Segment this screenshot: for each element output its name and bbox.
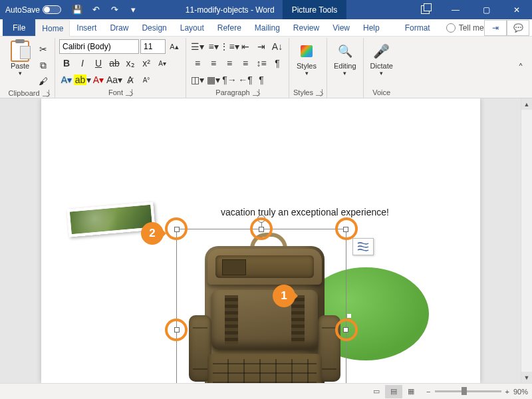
tell-me-label: Tell me xyxy=(459,23,484,33)
underline-button[interactable]: U xyxy=(91,56,106,70)
superscript-button[interactable]: x² xyxy=(139,56,154,70)
group-paragraph: ☰▾ ≡▾ ⋮≡▾ ⇤ ⇥ A↓ ≡ ≡ ≡ ≡ ↕≡ ¶ ◫▾ ▦▾ ¶→ ←… xyxy=(186,38,289,98)
styles-icon xyxy=(301,45,313,57)
sort-button[interactable]: A↓ xyxy=(270,39,285,54)
tab-insert[interactable]: Insert xyxy=(70,19,103,36)
tab-layout[interactable]: Layout xyxy=(174,19,211,36)
shading-button[interactable]: ◫▾ xyxy=(190,72,205,87)
paragraph-launcher[interactable] xyxy=(253,89,259,96)
align-left-button[interactable]: ≡ xyxy=(190,56,205,70)
rtl-button[interactable]: ←¶ xyxy=(238,72,253,87)
align-center-button[interactable]: ≡ xyxy=(206,56,221,70)
strike-button[interactable]: ab xyxy=(107,56,122,70)
zoom-slider[interactable] xyxy=(435,390,501,392)
tab-review[interactable]: Review xyxy=(287,19,326,36)
autosave-toggle[interactable]: AutoSave xyxy=(0,5,66,15)
zoom-percent[interactable]: 90% xyxy=(513,388,528,396)
numbering-button[interactable]: ≡▾ xyxy=(206,39,221,54)
zoom-in-button[interactable]: + xyxy=(505,388,509,396)
share-button[interactable]: ⇥ xyxy=(484,20,507,36)
view-switcher: ▭ ▤ ▦ xyxy=(368,385,420,398)
contextual-tab-label: Picture Tools xyxy=(283,0,346,19)
bullets-button[interactable]: ☰▾ xyxy=(190,39,205,54)
paragraph-mark-button[interactable]: ¶ xyxy=(254,72,269,87)
copy-icon[interactable]: ⧉ xyxy=(36,58,51,72)
styles-button[interactable]: Styles ▾ xyxy=(293,39,320,78)
clipboard-launcher[interactable] xyxy=(43,90,49,96)
save-icon[interactable]: 💾 xyxy=(70,3,84,17)
group-styles: Styles ▾ Styles xyxy=(289,38,327,98)
font-size-combo[interactable] xyxy=(140,39,166,54)
phonetic-guide-button[interactable]: A° xyxy=(139,72,154,87)
vertical-scrollbar[interactable]: ▲ ▼ xyxy=(521,98,532,383)
close-button[interactable]: ✕ xyxy=(501,0,532,19)
tab-help[interactable]: Help xyxy=(356,19,386,36)
show-marks-button[interactable]: ¶ xyxy=(270,56,285,70)
change-case-button[interactable]: Aa▾ xyxy=(107,72,122,87)
layout-options-button[interactable] xyxy=(352,238,374,255)
comments-button[interactable]: 💬 xyxy=(507,20,529,36)
highlight-button[interactable]: ab▾ xyxy=(75,72,90,87)
clipboard-group-label: Clipboard xyxy=(8,89,39,97)
font-color-button[interactable]: A▾ xyxy=(91,72,106,87)
subscript-button[interactable]: x₂ xyxy=(123,56,138,70)
styles-launcher[interactable] xyxy=(316,89,323,96)
align-right-button[interactable]: ≡ xyxy=(222,56,237,70)
borders-button[interactable]: ▦▾ xyxy=(206,72,221,87)
editing-button[interactable]: 🔍 Editing ▾ xyxy=(331,39,359,78)
ribbon-display-options-icon[interactable] xyxy=(410,0,440,19)
toggle-switch-icon xyxy=(43,5,61,14)
text-effects-button[interactable]: A▾ xyxy=(59,72,74,87)
ltr-button[interactable]: ¶→ xyxy=(222,72,237,87)
cut-icon[interactable]: ✂ xyxy=(36,42,51,57)
web-layout-icon[interactable]: ▦ xyxy=(402,385,420,398)
collapse-ribbon-icon[interactable]: ˄ xyxy=(512,38,529,98)
callout-ring xyxy=(335,319,358,341)
tab-references[interactable]: Refere xyxy=(211,19,248,36)
bold-button[interactable]: B xyxy=(59,56,74,70)
qat-dropdown-icon[interactable]: ▾ xyxy=(126,3,140,17)
autosave-label: AutoSave xyxy=(5,5,40,15)
tab-design[interactable]: Design xyxy=(135,19,173,36)
tab-home[interactable]: Home xyxy=(35,20,70,37)
tab-mailings[interactable]: Mailing xyxy=(248,19,287,36)
font-launcher[interactable] xyxy=(126,89,132,96)
group-clipboard: Paste ▾ ✂ ⧉ 🖌 Clipboard xyxy=(3,38,55,98)
ribbon-tabs: File Home Insert Draw Design Layout Refe… xyxy=(0,19,532,37)
tab-format[interactable]: Format xyxy=(398,19,437,36)
layout-options-icon xyxy=(357,242,369,251)
maximize-button[interactable]: ▢ xyxy=(471,0,501,19)
print-layout-icon[interactable]: ▤ xyxy=(385,385,402,398)
document-area: vacation truly an exceptional experience… xyxy=(0,98,532,383)
dictate-button[interactable]: 🎤 Dictate ▾ xyxy=(368,39,396,78)
font-group-label: Font xyxy=(108,88,123,96)
minimize-button[interactable]: — xyxy=(440,0,471,19)
italic-button[interactable]: I xyxy=(75,56,90,70)
decrease-indent-button[interactable]: ⇤ xyxy=(238,39,253,54)
scroll-up-icon[interactable]: ▲ xyxy=(521,98,532,110)
tab-file[interactable]: File xyxy=(3,19,35,36)
editing-label: Editing xyxy=(334,62,356,70)
group-editing: 🔍 Editing ▾ . xyxy=(327,38,364,98)
tab-view[interactable]: View xyxy=(326,19,356,36)
scroll-down-icon[interactable]: ▼ xyxy=(521,372,532,383)
tab-draw[interactable]: Draw xyxy=(103,19,135,36)
read-mode-icon[interactable]: ▭ xyxy=(368,385,385,398)
quick-access-toolbar: 💾 ↶ ↷ ▾ xyxy=(66,3,144,17)
tell-me-search[interactable]: Tell me xyxy=(446,23,484,33)
redo-icon[interactable]: ↷ xyxy=(108,3,121,17)
document-title: 11-modify-objects - Word xyxy=(186,5,275,15)
paste-button[interactable]: Paste ▾ xyxy=(7,39,33,78)
format-painter-icon[interactable]: 🖌 xyxy=(36,74,51,88)
line-spacing-button[interactable]: ↕≡ xyxy=(254,56,269,70)
grow-font-icon[interactable]: A▴ xyxy=(167,39,182,54)
increase-indent-button[interactable]: ⇥ xyxy=(254,39,269,54)
justify-button[interactable]: ≡ xyxy=(238,56,253,70)
undo-icon[interactable]: ↶ xyxy=(89,3,102,17)
zoom-out-button[interactable]: − xyxy=(426,388,430,396)
font-family-combo[interactable] xyxy=(59,39,139,54)
clear-format-button[interactable]: A̷ xyxy=(123,72,138,87)
clipboard-icon xyxy=(11,41,29,62)
multilevel-button[interactable]: ⋮≡▾ xyxy=(222,39,237,54)
shrink-font-icon[interactable]: A▾ xyxy=(155,56,170,70)
